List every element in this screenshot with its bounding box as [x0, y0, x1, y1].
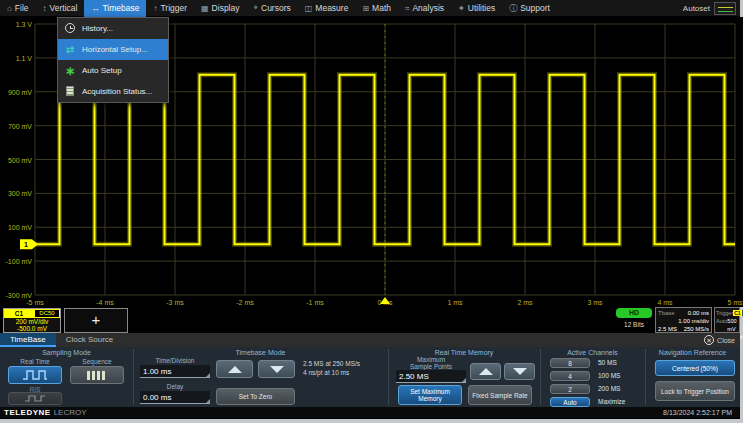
memory-decrease-button[interactable]	[504, 363, 535, 380]
menu-trigger[interactable]: ↑Trigger	[146, 0, 194, 17]
tab-clock-source[interactable]: Clock Source	[56, 333, 124, 347]
display-icon: ▦	[201, 4, 209, 13]
brand-teledyne: TELEDYNE	[0, 408, 51, 417]
menu-display[interactable]: ▦Display	[194, 0, 246, 17]
c1-scale: 200 mV/div	[4, 318, 60, 325]
add-channel-button[interactable]: +	[64, 308, 128, 333]
vertical-icon: ↕	[43, 4, 47, 13]
timebase-increase-button[interactable]	[216, 360, 253, 378]
up-arrow-icon	[228, 366, 242, 373]
sequence-bars-icon	[86, 369, 108, 381]
hd-badge: HD	[616, 308, 652, 318]
utilities-icon: ✶	[458, 4, 465, 13]
timebase-decrease-button[interactable]	[258, 360, 295, 378]
x-axis-label: -5 ms	[26, 299, 44, 306]
fixed-sample-rate-button[interactable]: Fixed Sample Rate	[468, 385, 532, 405]
x-axis-label: -1 ms	[306, 299, 324, 306]
timebase-samples: 2.5 MS	[658, 325, 677, 333]
memory-increase-button[interactable]	[470, 363, 501, 380]
timebase-descriptor[interactable]: Tbase0.00 ms 1.00 ms/div 2.5 MS250 MS/s	[655, 307, 712, 333]
set-to-zero-button[interactable]: Set To Zero	[216, 388, 295, 405]
dialog-close-button[interactable]: ✕ Close	[704, 333, 740, 347]
x-axis-label: -4 ms	[96, 299, 114, 306]
channels-8-button[interactable]: 8	[550, 358, 590, 368]
menu-timebase[interactable]: ↔Timebase	[84, 0, 146, 17]
down-arrow-icon	[513, 368, 527, 375]
close-icon: ✕	[704, 335, 714, 345]
measure-icon: ◫	[305, 4, 313, 13]
x-axis-label: 4 ms	[657, 299, 673, 306]
menu-cursors[interactable]: ⌖Cursors	[246, 0, 297, 17]
trigger-icon: ↑	[153, 4, 157, 13]
timebase-icon: ↔	[91, 4, 99, 13]
brand-lecroy: LECROY	[51, 408, 87, 417]
timebase-mode-header: Timebase Mode	[133, 349, 388, 356]
realtime-button[interactable]	[8, 366, 62, 384]
real-time-memory-header: Real Time Memory	[388, 349, 540, 356]
centered-button[interactable]: Centered (50%)	[655, 360, 735, 376]
history-icon	[65, 23, 75, 33]
channel-c1-descriptor[interactable]: C1 DC50 200 mV/div -500.0 mV	[3, 308, 61, 333]
y-axis-label: -100 mV	[6, 258, 33, 265]
timebase-scale: 1.00 ms/div	[678, 317, 709, 325]
delay-field[interactable]: 0.00 ms	[140, 391, 210, 404]
x-axis-label: 2 ms	[517, 299, 533, 306]
menu-analysis[interactable]: ≈Analysis	[398, 0, 451, 17]
x-axis-label: 3 ms	[587, 299, 603, 306]
hd-mode-indicator[interactable]: HD 12 Bits	[616, 308, 652, 333]
ris-button[interactable]	[8, 392, 62, 405]
ris-wave-icon	[24, 394, 46, 403]
y-axis-label: 700 mV	[8, 123, 32, 130]
max-sample-points-label: MaximumSample Points	[396, 356, 466, 370]
auto-setup-icon: ∗	[64, 66, 76, 76]
channels-auto-button[interactable]: Auto	[550, 397, 590, 407]
tab-timebase[interactable]: TimeBase	[0, 333, 56, 347]
menu-support[interactable]: ⓘSupport	[502, 0, 557, 17]
x-axis-label: -2 ms	[236, 299, 254, 306]
acquisition-status-icon	[66, 86, 74, 96]
time-division-field[interactable]: 1.00 ms	[140, 365, 210, 378]
menu-item-auto-setup[interactable]: ∗ Auto Setup	[58, 60, 168, 81]
menu-math[interactable]: ⊞Math	[355, 0, 398, 17]
y-axis-label: 900 mV	[8, 89, 32, 96]
set-maximum-memory-button[interactable]: Set Maximum Memory	[398, 385, 462, 405]
y-axis-label: -300 mV	[6, 292, 33, 299]
autoset-button[interactable]	[714, 2, 736, 15]
channel-marker-label: 1	[24, 241, 28, 248]
menu-utilities[interactable]: ✶Utilities	[451, 0, 502, 17]
sampling-mode-header: Sampling Mode	[0, 349, 133, 356]
menu-vertical[interactable]: ↕Vertical	[36, 0, 85, 17]
y-axis-label: 1.1 V	[16, 55, 33, 62]
channels-auto-label: Maximize	[598, 398, 642, 405]
channels-4-label: 100 MS	[598, 372, 642, 379]
dialog-tabbar: TimeBase Clock Source ✕ Close	[0, 333, 740, 347]
trigger-level: 500 mV	[727, 317, 738, 333]
channels-4-button[interactable]: 4	[550, 371, 590, 381]
cursors-icon: ⌖	[253, 3, 258, 13]
time-division-label: Time/Division	[140, 357, 210, 364]
c1-offset: -500.0 mV	[4, 325, 60, 332]
up-arrow-icon	[479, 368, 493, 375]
trigger-mode: Auto	[716, 317, 727, 333]
menu-item-horizontal-setup[interactable]: ⇄ Horizontal Setup...	[58, 39, 168, 60]
max-sample-points-field[interactable]: 2.50 MS	[396, 370, 466, 383]
x-axis-label: 1 ms	[447, 299, 463, 306]
menu-item-history[interactable]: History...	[58, 18, 168, 39]
square-wave-icon	[22, 369, 48, 381]
channels-2-label: 200 MS	[598, 385, 642, 392]
datetime: 8/13/2024 2:52:17 PM	[663, 409, 740, 416]
y-axis-label: 100 mV	[8, 224, 32, 231]
lock-to-trigger-button[interactable]: Lock to Trigger Position	[655, 381, 735, 401]
menu-measure[interactable]: ◫Measure	[298, 0, 356, 17]
trigger-descriptor[interactable]: TriggerC1DC Auto500 mV EdgePositive	[714, 307, 740, 333]
trigger-source-badge: C1	[733, 310, 741, 316]
active-channels-header: Active Channels	[540, 349, 645, 356]
down-arrow-icon	[270, 366, 284, 373]
math-icon: ⊞	[362, 4, 369, 13]
menu-item-acquisition-status[interactable]: Acquisition Status...	[58, 81, 168, 102]
sequence-button[interactable]	[70, 366, 124, 384]
channels-2-button[interactable]: 2	[550, 384, 590, 394]
menu-file[interactable]: ⌂File	[0, 0, 36, 17]
timebase-settings-panel: Sampling Mode Real Time Sequence RIS Tim…	[0, 347, 740, 407]
analysis-icon: ≈	[405, 4, 409, 13]
